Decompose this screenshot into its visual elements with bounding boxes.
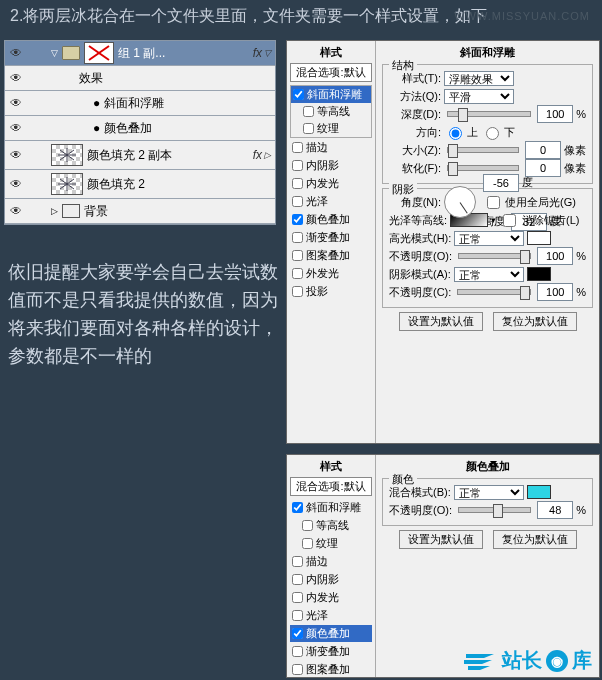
style-check[interactable] [292,250,303,261]
folder-icon [62,46,80,60]
reset-default-button[interactable]: 复位为默认值 [493,530,577,549]
style-check[interactable] [292,268,303,279]
style-check[interactable] [292,286,303,297]
style-item-gradientoverlay[interactable]: 渐变叠加 [290,643,372,660]
style-check[interactable] [292,556,303,567]
style-item-gradientoverlay[interactable]: 渐变叠加 [290,229,372,246]
visibility-icon[interactable]: 👁 [5,46,27,60]
antialias-check[interactable] [503,214,516,227]
style-check[interactable] [292,664,303,675]
style-item-patternoverlay[interactable]: 图案叠加 [290,247,372,264]
depth-slider[interactable] [447,111,531,117]
style-check[interactable] [292,502,303,513]
style-check[interactable] [292,160,303,171]
style-check[interactable] [292,196,303,207]
style-item-coloroverlay[interactable]: 颜色叠加 [290,625,372,642]
style-item-innerglow[interactable]: 内发光 [290,175,372,192]
style-item-bevel[interactable]: 斜面和浮雕 [290,499,372,516]
blend-options-default[interactable]: 混合选项:默认 [290,477,372,496]
style-check[interactable] [303,106,314,117]
style-item-innershadow[interactable]: 内阴影 [290,571,372,588]
layer-row-fill[interactable]: 👁 颜色填充 2 [5,170,275,199]
style-check[interactable] [292,628,303,639]
layer-row-fill-copy[interactable]: 👁 颜色填充 2 副本 fx▷ [5,141,275,170]
opacity-slider[interactable] [458,507,531,513]
highlight-color-swatch[interactable] [527,231,551,245]
style-item-contour[interactable]: 等高线 [291,103,371,120]
visibility-icon[interactable]: 👁 [5,71,27,85]
depth-label: 深度(D): [389,107,441,122]
make-default-button[interactable]: 设置为默认值 [399,530,483,549]
disclosure-icon[interactable]: ▽ [51,48,58,58]
style-item-stroke[interactable]: 描边 [290,553,372,570]
style-item-innerglow[interactable]: 内发光 [290,589,372,606]
style-check[interactable] [302,520,313,531]
visibility-icon[interactable]: 👁 [5,177,27,191]
style-item-contour[interactable]: 等高线 [290,517,372,534]
size-input[interactable] [525,141,561,159]
depth-input[interactable] [537,105,573,123]
fx-badge[interactable]: fx▽ [253,46,271,60]
visibility-icon[interactable]: 👁 [5,96,27,110]
opacity-input[interactable] [537,501,573,519]
style-check[interactable] [292,574,303,585]
style-item-satin[interactable]: 光泽 [290,193,372,210]
layer-row-fx-coloroverlay[interactable]: 👁 ●颜色叠加 [5,116,275,141]
style-check[interactable] [292,214,303,225]
style-check[interactable] [293,89,304,100]
visibility-icon[interactable]: 👁 [5,121,27,135]
shadow-opacity-input[interactable] [537,283,573,301]
direction-down-radio[interactable] [486,127,499,140]
style-check[interactable] [292,142,303,153]
layer-row-fx-header[interactable]: 👁 效果 [5,66,275,91]
group-title: 颜色 [389,472,417,487]
layer-row-group[interactable]: 👁 ▽ 组 1 副... fx▽ [5,41,275,66]
style-item-coloroverlay[interactable]: 颜色叠加 [290,211,372,228]
style-check[interactable] [292,232,303,243]
style-check[interactable] [292,646,303,657]
style-check[interactable] [292,610,303,621]
style-item-stroke[interactable]: 描边 [290,139,372,156]
style-item-texture[interactable]: 纹理 [291,120,371,137]
highlight-opacity-input[interactable] [537,247,573,265]
antialias-label: 消除锯齿(L) [522,213,579,228]
watermark: WWW.MISSYUAN.COM [454,10,590,22]
shadow-opacity-slider[interactable] [457,289,531,295]
style-item-bevel[interactable]: 斜面和浮雕 [291,86,371,103]
blendmode-select[interactable]: 正常 [454,485,524,500]
visibility-icon[interactable]: 👁 [5,204,27,218]
style-item-satin[interactable]: 光泽 [290,607,372,624]
soften-slider[interactable] [447,165,519,171]
style-item-dropshadow[interactable]: 投影 [290,283,372,300]
style-item-texture[interactable]: 纹理 [290,535,372,552]
layer-row-background[interactable]: 👁 ▷背景 [5,199,275,224]
style-check[interactable] [292,178,303,189]
highlight-opacity-slider[interactable] [458,253,531,259]
shadow-mode-label: 阴影模式(A): [389,267,451,282]
method-select[interactable]: 平滑 [444,89,514,104]
style-type-select[interactable]: 浮雕效果 [444,71,514,86]
global-light-check[interactable] [487,196,500,209]
shadow-color-swatch[interactable] [527,267,551,281]
make-default-button[interactable]: 设置为默认值 [399,312,483,331]
highlight-mode-select[interactable]: 正常 [454,231,524,246]
blend-options-default[interactable]: 混合选项:默认 [290,63,372,82]
style-item-outerglow[interactable]: 外发光 [290,265,372,282]
style-check[interactable] [292,592,303,603]
style-item-patternoverlay[interactable]: 图案叠加 [290,661,372,678]
direction-up-radio[interactable] [449,127,462,140]
logo-text-2: 库 [572,647,592,674]
wing-icon [464,650,498,672]
size-slider[interactable] [447,147,519,153]
style-check[interactable] [302,538,313,549]
shadow-mode-select[interactable]: 正常 [454,267,524,282]
style-check[interactable] [303,123,314,134]
style-item-innershadow[interactable]: 内阴影 [290,157,372,174]
overlay-color-swatch[interactable] [527,485,551,499]
layer-row-fx-bevel[interactable]: 👁 ●斜面和浮雕 [5,91,275,116]
visibility-icon[interactable]: 👁 [5,148,27,162]
angle-input[interactable] [483,174,519,192]
fx-badge[interactable]: fx▷ [253,148,271,162]
reset-default-button[interactable]: 复位为默认值 [493,312,577,331]
angle-dial[interactable] [444,186,476,218]
